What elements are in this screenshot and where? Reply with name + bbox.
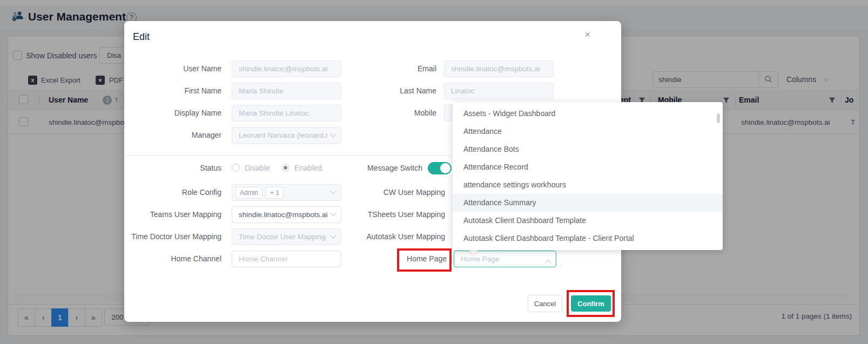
autotask-user-mapping-label: Autotask User Mapping	[353, 232, 445, 242]
dropdown-option[interactable]: Autotask Client Dashboard Template	[453, 212, 723, 230]
role-config-select[interactable]: Admin + 1	[232, 184, 341, 201]
teams-user-mapping-select[interactable]: shindie.linatoc@mspbots.ai	[232, 206, 341, 223]
role-config-label: Role Config	[130, 188, 221, 198]
display-name-field: Maria Shindie Linatoc	[232, 105, 341, 122]
last-name-field: Linatoc	[444, 83, 554, 99]
tsheets-user-mapping-label: TSheets User Mapping	[353, 210, 445, 220]
message-switch-label: Message Switch	[331, 164, 422, 173]
mobile-label: Mobile	[345, 109, 436, 118]
user-management-page: User Management ? Show Disabled users Di…	[0, 0, 868, 344]
modal-title: Edit	[133, 31, 150, 43]
dropdown-option[interactable]: attendance settings workhours	[453, 176, 723, 194]
chevron-down-icon	[330, 210, 336, 216]
annotation-box-confirm-button	[567, 290, 615, 317]
manager-label: Manager	[130, 131, 221, 140]
last-name-label: Last Name	[345, 86, 436, 96]
user-name-field: shindie.linatoc@mspbots.ai	[232, 60, 341, 77]
home-channel-label: Home Channel	[130, 254, 221, 264]
dropdown-scrollbar-thumb[interactable]	[717, 113, 720, 123]
status-disable-label: Disable	[245, 164, 270, 172]
chevron-down-icon	[330, 131, 336, 137]
manager-value: Leonard Narvaza (leonard.r	[239, 131, 328, 139]
close-icon[interactable]: ×	[584, 29, 590, 41]
dropdown-option[interactable]: Attendance Record	[453, 158, 723, 176]
email-label: Email	[345, 64, 436, 74]
first-name-field: Maria Shindie	[232, 83, 341, 99]
dropdown-option[interactable]: Attendance	[453, 123, 723, 140]
role-tag: Admin	[235, 187, 263, 199]
cw-user-mapping-label: CW User Mapping	[353, 188, 445, 198]
user-name-label: User Name	[130, 64, 221, 74]
email-field: shindie.linatoc@mspbots.ai	[444, 60, 554, 77]
time-doctor-placeholder: Time Doctor User Mapping	[239, 233, 326, 241]
manager-select[interactable]: Leonard Narvaza (leonard.r	[232, 127, 341, 144]
home-page-placeholder: Home Page	[461, 255, 499, 263]
cancel-button[interactable]: Cancel	[528, 295, 562, 312]
role-tag-more: + 1	[266, 187, 284, 199]
status-enabled-label: Enabled	[294, 164, 322, 172]
message-switch-toggle[interactable]	[428, 162, 452, 174]
time-doctor-user-mapping-select[interactable]: Time Doctor User Mapping	[232, 228, 341, 245]
toggle-knob	[440, 163, 450, 173]
status-label: Status	[130, 164, 221, 173]
home-page-dropdown-list: Assets - Widget Dashboard Attendance Att…	[453, 102, 723, 250]
annotation-box-home-page-label	[397, 248, 452, 272]
dropdown-option[interactable]: Attendance Bots	[453, 140, 723, 158]
status-enabled-radio[interactable]	[281, 164, 290, 172]
dropdown-option-highlighted[interactable]: Attendance Summary	[453, 194, 723, 212]
time-doctor-user-mapping-label: Time Doctor User Mapping	[122, 232, 221, 242]
chevron-down-icon	[330, 232, 336, 238]
first-name-label: First Name	[130, 86, 221, 96]
status-disable-radio[interactable]	[232, 164, 240, 172]
chevron-up-icon	[545, 260, 551, 266]
dropdown-option[interactable]: Assets - Widget Dashboard	[453, 105, 723, 123]
teams-user-mapping-value: shindie.linatoc@mspbots.ai	[239, 211, 328, 219]
display-name-label: Display Name	[130, 109, 221, 118]
dropdown-option[interactable]: Autotask Client Dashboard Template - Cli…	[453, 230, 723, 247]
home-channel-input[interactable]	[232, 251, 341, 267]
home-page-select[interactable]: Home Page	[454, 251, 556, 267]
chevron-down-icon	[330, 188, 336, 194]
teams-user-mapping-label: Teams User Mapping	[130, 210, 221, 220]
